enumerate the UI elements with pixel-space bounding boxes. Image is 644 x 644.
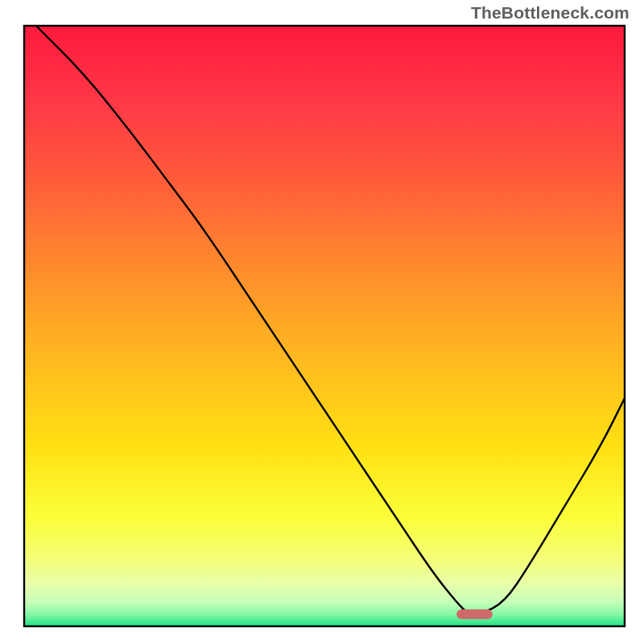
optimum-marker — [456, 609, 493, 619]
plot-background — [24, 26, 625, 626]
chart-container: TheBottleneck.com — [0, 0, 644, 644]
bottleneck-chart — [0, 0, 644, 644]
